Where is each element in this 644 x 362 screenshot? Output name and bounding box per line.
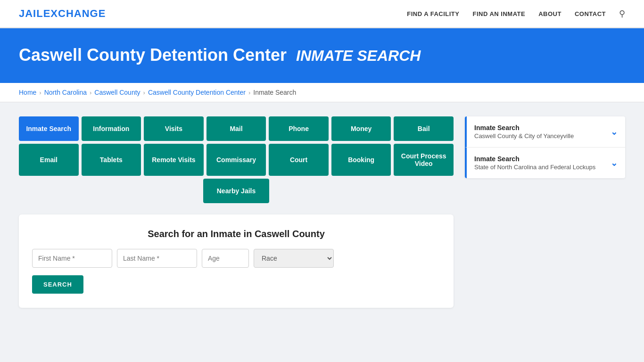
age-input[interactable] [202, 249, 249, 268]
search-form-card: Search for an Inmate in Caswell County R… [19, 214, 454, 308]
nav-contact[interactable]: CONTACT [575, 10, 606, 17]
header: JAILEXCHANGE FIND A FACILITY FIND AN INM… [0, 0, 644, 28]
tab-court[interactable]: Court [269, 144, 329, 176]
breadcrumb: Home › North Carolina › Caswell County ›… [0, 83, 644, 102]
race-select[interactable]: Race White Black Hispanic Asian Other [254, 249, 334, 268]
tab-bail[interactable]: Bail [394, 116, 454, 141]
logo[interactable]: JAILEXCHANGE [19, 8, 106, 20]
tab-information[interactable]: Information [82, 116, 141, 141]
tab-visits[interactable]: Visits [144, 116, 204, 141]
tab-nearby-jails[interactable]: Nearby Jails [203, 179, 269, 203]
search-icon[interactable]: ⚲ [619, 8, 625, 19]
hero-title: Caswell County Detention Center [19, 45, 287, 65]
breadcrumb-nc[interactable]: North Carolina [44, 89, 87, 96]
search-form-title: Search for an Inmate in Caswell County [32, 229, 440, 239]
nav-find-inmate[interactable]: FIND AN INMATE [472, 10, 525, 17]
breadcrumb-sep-2: › [90, 89, 91, 96]
tab-tablets[interactable]: Tablets [82, 144, 141, 176]
tab-court-process-video[interactable]: Court Process Video [394, 144, 454, 176]
sidebar-item-caswell[interactable]: Inmate Search Caswell County & City of Y… [465, 116, 625, 148]
form-fields-row: Race White Black Hispanic Asian Other [32, 249, 440, 268]
chevron-down-icon-1: ⌄ [611, 127, 618, 137]
breadcrumb-home[interactable]: Home [19, 89, 36, 96]
breadcrumb-detention-center[interactable]: Caswell County Detention Center [148, 89, 246, 96]
hero-subtitle: INMATE SEARCH [296, 47, 421, 64]
tab-inmate-search[interactable]: Inmate Search [19, 116, 79, 141]
breadcrumb-caswell-county[interactable]: Caswell County [94, 89, 140, 96]
tab-remote-visits[interactable]: Remote Visits [144, 144, 204, 176]
sidebar-item-nc-federal[interactable]: Inmate Search State of North Carolina an… [465, 148, 625, 178]
sidebar-card: Inmate Search Caswell County & City of Y… [465, 116, 625, 178]
tab-money[interactable]: Money [331, 116, 391, 141]
tab-email[interactable]: Email [19, 144, 79, 176]
hero-section: Caswell County Detention Center INMATE S… [0, 28, 644, 83]
right-sidebar: Inmate Search Caswell County & City of Y… [465, 116, 625, 178]
page-title: Caswell County Detention Center INMATE S… [19, 45, 625, 65]
breadcrumb-sep-4: › [248, 89, 250, 96]
tab-mail[interactable]: Mail [206, 116, 266, 141]
tab-phone[interactable]: Phone [269, 116, 329, 141]
main-nav: FIND A FACILITY FIND AN INMATE ABOUT CON… [407, 8, 625, 19]
logo-jail: JAIL [19, 8, 43, 19]
tab-booking[interactable]: Booking [331, 144, 391, 176]
breadcrumb-current: Inmate Search [253, 89, 296, 96]
nav-about[interactable]: ABOUT [538, 10, 561, 17]
sidebar-item-1-sub: Caswell County & City of Yanceyville [474, 132, 574, 140]
tabs-row-2: Email Tablets Remote Visits Commissary C… [19, 144, 454, 176]
logo-exchange: EXCHANGE [43, 8, 106, 19]
chevron-down-icon-2: ⌄ [611, 158, 618, 168]
tabs-row-1: Inmate Search Information Visits Mail Ph… [19, 116, 454, 141]
search-button[interactable]: SEARCH [32, 275, 83, 294]
breadcrumb-sep-3: › [143, 89, 145, 96]
left-column: Inmate Search Information Visits Mail Ph… [19, 116, 454, 308]
sidebar-item-1-title: Inmate Search [474, 124, 574, 132]
nav-find-facility[interactable]: FIND A FACILITY [407, 10, 459, 17]
sidebar-item-2-title: Inmate Search [474, 155, 595, 163]
tab-commissary[interactable]: Commissary [206, 144, 266, 176]
main-content: Inmate Search Information Visits Mail Ph… [0, 102, 644, 322]
first-name-input[interactable] [32, 249, 112, 268]
sidebar-item-2-sub: State of North Carolina and Federal Lock… [474, 164, 595, 171]
breadcrumb-sep-1: › [39, 89, 41, 96]
last-name-input[interactable] [117, 249, 197, 268]
